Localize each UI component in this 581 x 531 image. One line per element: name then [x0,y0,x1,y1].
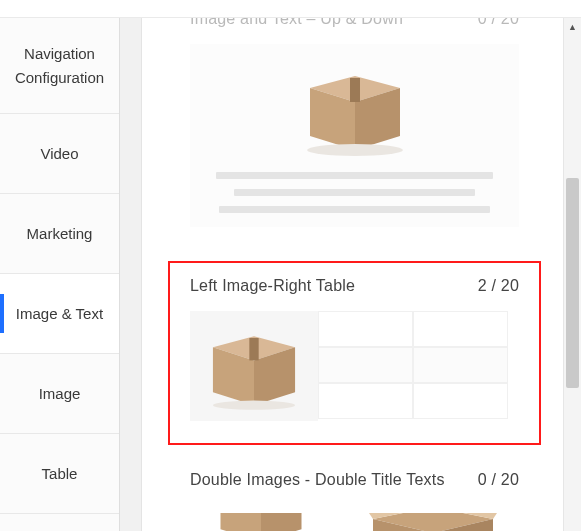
table-cell [318,311,413,347]
placeholder-line [219,206,490,213]
card-header: Left Image-Right Table 2 / 20 [190,277,519,295]
sidebar-item-image-and-text[interactable]: Image & Text [0,274,119,354]
main-layout: Navigation Configuration Video Marketing… [0,18,581,531]
card-preview [190,311,519,421]
placeholder-line [216,172,493,179]
card-title: Left Image-Right Table [190,277,355,295]
scroll-up-arrow-icon[interactable]: ▲ [564,22,581,32]
card-image-text-up-down[interactable]: Image and Text – Up & Down 0 / 20 [168,18,541,251]
card-header: Double Images - Double Title Texts 0 / 2… [190,471,519,489]
svg-point-9 [213,401,295,410]
open-box-image-icon [362,513,504,531]
sidebar-item-label: Table [42,465,78,482]
card-title: Image and Text – Up & Down [190,18,403,28]
card-counter: 2 / 20 [478,277,519,295]
card-preview [190,44,519,227]
content-scroll-area: Image and Text – Up & Down 0 / 20 [142,18,559,531]
box-image-icon [290,58,420,158]
scrollbar-thumb[interactable] [566,178,579,388]
top-bar [0,0,581,18]
svg-marker-12 [261,513,302,531]
table-cell [318,383,413,419]
sidebar-item-label: Video [40,145,78,162]
card-preview [190,505,519,531]
svg-marker-8 [249,338,258,360]
main-panel: Image and Text – Up & Down 0 / 20 [142,18,581,531]
sidebar-item-navigation-configuration[interactable]: Navigation Configuration [0,18,119,114]
svg-marker-11 [221,513,262,531]
card-counter: 0 / 20 [478,471,519,489]
box-image-icon [190,311,318,421]
table-cell [413,347,508,383]
sidebar: Navigation Configuration Video Marketing… [0,18,120,531]
sidebar-item-label: Image & Text [16,305,103,322]
sidebar-item-label: Image [39,385,81,402]
sidebar-item-marketing[interactable]: Marketing [0,194,119,274]
sidebar-item-label: Navigation Configuration [4,42,115,90]
sidebar-item-image[interactable]: Image [0,354,119,434]
text-placeholder-lines [204,172,505,213]
scroll-up-glyph: ▲ [568,22,577,32]
placeholder-line [234,189,475,196]
card-title: Double Images - Double Title Texts [190,471,445,489]
card-counter: 0 / 20 [478,18,519,28]
vertical-scrollbar[interactable]: ▲ [563,18,581,531]
sidebar-item-table[interactable]: Table [0,434,119,514]
table-cell [413,383,508,419]
box-image-icon [190,513,332,531]
svg-point-4 [307,144,403,156]
svg-marker-3 [350,78,360,102]
card-left-image-right-table[interactable]: Left Image-Right Table 2 / 20 [168,261,541,445]
card-double-images-double-title-texts[interactable]: Double Images - Double Title Texts 0 / 2… [168,455,541,531]
gutter [120,18,142,531]
table-preview [318,311,508,421]
table-cell [318,347,413,383]
table-cell [413,311,508,347]
sidebar-item-label: Marketing [27,225,93,242]
card-header: Image and Text – Up & Down 0 / 20 [190,18,519,28]
sidebar-item-video[interactable]: Video [0,114,119,194]
